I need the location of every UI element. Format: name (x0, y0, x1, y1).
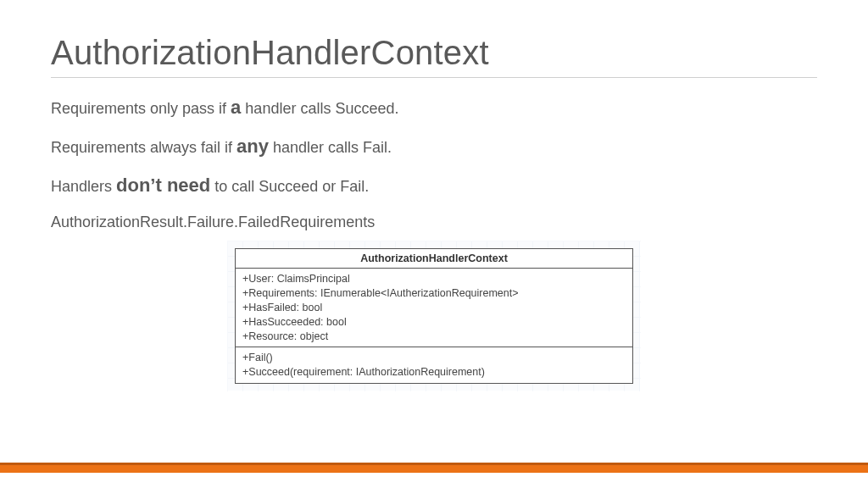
uml-methods: +Fail() +Succeed(requirement: IAuthoriza… (236, 347, 632, 383)
text: Requirements only pass if (51, 100, 231, 117)
text: Requirements always fail if (51, 139, 236, 156)
uml-class-diagram: AuthorizationHandlerContext +User: Claim… (235, 248, 633, 384)
page-title: AuthorizationHandlerContext (51, 34, 817, 78)
slide: AuthorizationHandlerContext Requirements… (0, 0, 868, 488)
emphasis-a: a (231, 97, 241, 118)
text: Handlers (51, 178, 116, 195)
uml-method: +Fail() (242, 351, 626, 365)
uml-class-name: AuthorizationHandlerContext (236, 249, 632, 268)
text: to call Succeed or Fail. (210, 178, 369, 195)
emphasis-any: any (236, 136, 269, 157)
text: handler calls Fail. (269, 139, 392, 156)
diagram-container: AuthorizationHandlerContext +User: Claim… (51, 248, 817, 384)
uml-property: +Requirements: IEnumerable<IAutherizatio… (242, 286, 626, 301)
uml-method: +Succeed(requirement: IAuthorizationRequ… (242, 365, 626, 380)
uml-property: +Resource: object (242, 330, 626, 344)
emphasis-dontneed: don’t need (116, 175, 210, 196)
body-line-4: AuthorizationResult.Failure.FailedRequir… (51, 214, 817, 231)
uml-property: +HasSucceeded: bool (242, 315, 626, 330)
body-line-2: Requirements always fail if any handler … (51, 136, 817, 158)
text: handler calls Succeed. (241, 100, 398, 117)
footer-accent-bar (0, 463, 868, 473)
uml-property: +User: ClaimsPrincipal (242, 272, 626, 286)
body-line-3: Handlers don’t need to call Succeed or F… (51, 175, 817, 197)
uml-property: +HasFailed: bool (242, 301, 626, 315)
body-line-1: Requirements only pass if a handler call… (51, 97, 817, 119)
uml-properties: +User: ClaimsPrincipal +Requirements: IE… (236, 268, 632, 347)
